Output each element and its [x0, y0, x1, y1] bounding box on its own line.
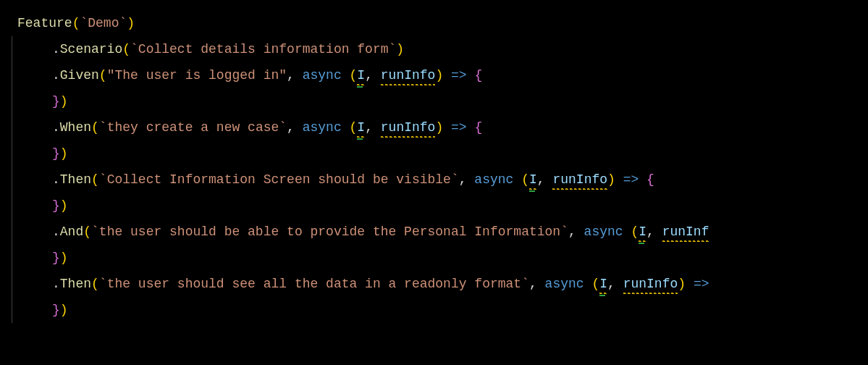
- comma: ,: [287, 68, 295, 83]
- arrow: =>: [451, 68, 467, 83]
- indent-guide-line: [12, 36, 12, 323]
- open-paren: (: [72, 16, 80, 30]
- code-content[interactable]: Feature(`Demo`) .Scenario(`Collect detai…: [17, 10, 868, 323]
- code-line[interactable]: .Then(`the user should see all the data …: [17, 271, 868, 297]
- close-brace: }: [52, 94, 60, 109]
- close-brace: }: [52, 146, 60, 161]
- close-brace: }: [52, 251, 60, 265]
- parameter: runInfo: [623, 271, 678, 297]
- dot-operator: .: [52, 172, 60, 187]
- parameter: runInfo: [381, 114, 436, 140]
- dot-operator: .: [52, 225, 60, 239]
- method-call: Given: [60, 68, 99, 83]
- string-literal: `they create a new case`: [99, 120, 287, 135]
- string-literal: `Collect Information Screen should be vi…: [99, 172, 459, 187]
- code-line[interactable]: }): [17, 88, 868, 114]
- string-literal: `the user should see all the data in a r…: [99, 277, 529, 291]
- close-paren: ): [60, 251, 68, 265]
- parameter: runInfo: [552, 167, 607, 193]
- open-brace: {: [646, 172, 654, 187]
- open-paren: (: [521, 172, 529, 187]
- arrow: =>: [694, 277, 709, 291]
- async-keyword: async: [545, 277, 584, 291]
- async-keyword: async: [584, 225, 623, 239]
- arrow: =>: [623, 172, 639, 187]
- method-call: Then: [60, 172, 91, 187]
- comma: ,: [529, 277, 537, 291]
- close-paren: ): [435, 68, 443, 83]
- close-paren: ): [607, 172, 615, 187]
- close-paren: ): [396, 42, 404, 56]
- open-paren: (: [99, 68, 107, 83]
- open-paren: (: [91, 277, 99, 291]
- code-line[interactable]: }): [17, 245, 868, 271]
- comma: ,: [287, 120, 295, 135]
- open-paren: (: [83, 225, 91, 239]
- comma: ,: [459, 172, 467, 187]
- function-call: Feature: [17, 16, 72, 30]
- open-paren: (: [631, 225, 639, 239]
- code-line[interactable]: }): [17, 297, 868, 323]
- close-brace: }: [52, 198, 60, 213]
- close-paren: ): [60, 303, 68, 317]
- dot-operator: .: [52, 277, 60, 291]
- code-line[interactable]: .When(`they create a new case`, async (I…: [17, 114, 868, 140]
- async-keyword: async: [303, 68, 342, 83]
- code-line[interactable]: .Then(`Collect Information Screen should…: [17, 167, 868, 193]
- open-paren: (: [91, 120, 99, 135]
- comma: ,: [568, 225, 576, 239]
- comma: ,: [537, 172, 545, 187]
- method-call: Then: [60, 277, 91, 291]
- close-paren: ): [60, 198, 68, 213]
- parameter: I: [599, 271, 607, 297]
- close-brace: }: [52, 303, 60, 317]
- parameter: runInf: [662, 219, 709, 245]
- dot-operator: .: [52, 68, 60, 83]
- open-paren: (: [591, 277, 599, 291]
- close-paren: ): [435, 120, 443, 135]
- comma: ,: [365, 120, 373, 135]
- method-call: When: [60, 120, 91, 135]
- parameter: I: [357, 62, 365, 88]
- open-brace: {: [474, 120, 482, 135]
- open-brace: {: [474, 68, 482, 83]
- code-line[interactable]: }): [17, 140, 868, 167]
- async-keyword: async: [474, 172, 513, 187]
- close-paren: ): [60, 146, 68, 161]
- close-paren: ): [127, 16, 135, 30]
- parameter: I: [357, 114, 365, 140]
- open-paren: (: [350, 120, 358, 135]
- open-paren: (: [350, 68, 358, 83]
- comma: ,: [646, 225, 654, 239]
- code-line[interactable]: }): [17, 193, 868, 219]
- string-literal: `Collect details information form`: [130, 42, 396, 56]
- close-paren: ): [60, 94, 68, 109]
- comma: ,: [365, 68, 373, 83]
- dot-operator: .: [52, 42, 60, 56]
- parameter: runInfo: [381, 62, 436, 88]
- arrow: =>: [451, 120, 467, 135]
- indent-gutter: [6, 10, 17, 323]
- parameter: I: [529, 167, 537, 193]
- comma: ,: [607, 277, 615, 291]
- open-paren: (: [91, 172, 99, 187]
- code-line[interactable]: .And(`the user should be able to provide…: [17, 219, 868, 245]
- code-editor[interactable]: Feature(`Demo`) .Scenario(`Collect detai…: [6, 10, 868, 323]
- string-literal: "The user is logged in": [107, 68, 287, 83]
- async-keyword: async: [303, 120, 342, 135]
- open-paren: (: [122, 42, 130, 56]
- string-literal: `the user should be able to provide the …: [91, 225, 568, 239]
- close-paren: ): [678, 277, 686, 291]
- code-line[interactable]: .Scenario(`Collect details information f…: [17, 36, 868, 62]
- code-line[interactable]: Feature(`Demo`): [17, 10, 868, 36]
- code-line[interactable]: .Given("The user is logged in", async (I…: [17, 62, 868, 88]
- string-literal: `Demo`: [80, 16, 127, 30]
- method-call: And: [60, 225, 83, 239]
- method-call: Scenario: [60, 42, 122, 56]
- dot-operator: .: [52, 120, 60, 135]
- parameter: I: [639, 219, 646, 245]
